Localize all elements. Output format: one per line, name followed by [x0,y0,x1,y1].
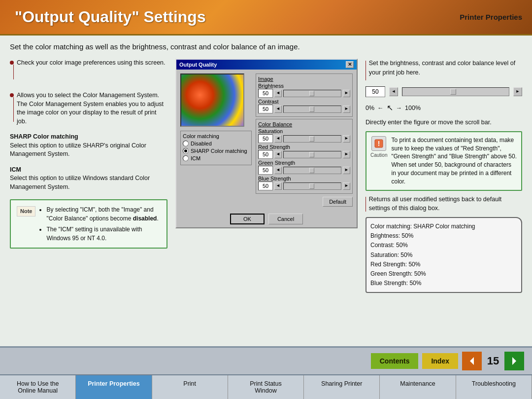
radio-icm[interactable]: ICM [183,155,249,161]
blue-strength-label: Blue Strength [258,176,350,181]
brightness-input[interactable] [258,89,273,98]
scroll-left-arrow[interactable]: ◄ [389,87,398,96]
contrast-label: Contrast [258,99,350,105]
saturation-input[interactable] [258,134,273,143]
note-box: Note By selecting "ICM", both the "Image… [10,199,167,249]
dialog-title: Output Quality [179,62,217,68]
arrow-right-icon: → [396,104,402,113]
contents-button[interactable]: Contents [371,353,419,369]
saturation-label: Saturation [258,128,350,134]
percent-row: 0% ← ↖ → 100% [366,102,522,114]
defaults-title: Color matching: SHARP Color matching [370,222,517,231]
defaults-saturation: Saturation: 50% [370,251,517,260]
color-balance-label: Color Balance [258,121,350,127]
brightness-value-input[interactable] [366,86,385,97]
green-strength-label: Green Strength [258,160,350,166]
brightness-right-btn[interactable]: ► [343,90,350,97]
tab-print[interactable]: Print [152,375,228,399]
radio-disabled[interactable]: Disabled [183,141,249,146]
defaults-red: Red Strength: 50% [370,260,517,269]
image-section-label: Image [258,76,350,82]
color-matching-label: Color matching [183,133,249,139]
sharp-desc: Select this option to utilize SHARP's or… [10,142,167,159]
dialog-footer: OK Cancel [176,211,357,227]
brightness-control: ◄ ► [366,86,522,97]
nav-controls: Contents Index 15 [0,348,532,374]
caution-box: ! Caution To print a document containing… [366,131,522,191]
defaults-green: Green Strength: 50% [370,269,517,279]
tab-printer-properties[interactable]: Printer Properties [76,375,152,399]
green-input[interactable] [258,166,273,175]
cursor-icon: ↖ [387,102,393,114]
intro-text: Set the color matching as well as the br… [10,42,522,51]
dialog-preview-image [180,73,244,127]
defaults-contrast: Contrast: 50% [370,241,517,250]
caution-label: Caution [370,152,387,159]
contrast-left-btn[interactable]: ◄ [274,106,282,113]
red-slider[interactable]: ◄ ► [258,150,350,159]
svg-text:!: ! [378,140,380,147]
contrast-slider[interactable]: ◄ ► [258,105,350,113]
main-container: "Output Quality" Settings Printer Proper… [0,0,532,399]
scroll-right-arrow[interactable]: ► [513,87,522,96]
annotation-text-1: Check your color image preferences using… [17,59,166,68]
arrow-left-icon: ← [377,104,384,113]
icm-label: ICM [10,166,167,175]
ok-button[interactable]: OK [230,214,265,224]
left-panel: Check your color image preferences using… [10,59,167,339]
brightness-slider[interactable]: ◄ ► [258,89,350,98]
scroll-track[interactable] [402,87,509,96]
blue-input[interactable] [258,181,273,190]
percent-right: 100% [405,104,421,113]
tab-troubleshooting[interactable]: Troubleshooting [456,375,532,399]
svg-marker-3 [512,357,516,365]
contrast-right-btn[interactable]: ► [343,106,350,113]
right-panel: Set the brightness, contrast and color b… [366,59,522,339]
prev-page-button[interactable] [462,352,482,370]
blue-slider[interactable]: ◄ ► [258,181,350,190]
tab-maintenance[interactable]: Maintenance [380,375,456,399]
note-item-2: The "ICM" setting is unavailable with Wi… [46,225,161,243]
defaults-brightness: Brightness: 50% [370,231,517,241]
brightness-left-btn[interactable]: ◄ [274,90,282,97]
brightness-label: Brightness [258,83,350,89]
next-page-button[interactable] [504,352,524,370]
red-input[interactable] [258,150,273,159]
output-quality-dialog: Output Quality ✕ Color matching [175,59,358,228]
cancel-button[interactable]: Cancel [268,214,303,224]
sharp-label: SHARP Color matching [10,133,167,142]
note-label: Note [17,206,35,217]
tab-print-status-window[interactable]: Print StatusWindow [228,375,304,399]
tab-sharing-printer[interactable]: Sharing Printer [304,375,380,399]
tab-how-to-use[interactable]: How to Use theOnline Manual [0,375,76,399]
contrast-input[interactable] [258,105,273,113]
svg-marker-2 [470,357,474,365]
page-number: 15 [486,355,500,367]
defaults-blue: Blue Strength: 50% [370,279,517,288]
green-slider[interactable]: ◄ ► [258,166,350,175]
dialog-body: Color matching Disabled SHARP Color matc… [176,70,357,211]
enter-text: Directly enter the figure or move the sc… [366,118,522,127]
brightness-track[interactable] [283,90,341,97]
default-button[interactable]: Default [323,197,353,207]
contrast-track[interactable] [283,106,341,113]
caution-icon: ! [371,136,386,151]
saturation-slider[interactable]: ◄ ► [258,134,350,143]
dialog-close-button[interactable]: ✕ [346,61,354,68]
main-content: Check your color image preferences using… [10,59,522,339]
annotation-text-2: Allows you to select the Color Managemen… [17,91,167,126]
radio-sharp[interactable]: SHARP Color matching [183,148,249,154]
annotation-dot-1 [10,61,14,65]
caution-text: To print a document containing text data… [391,136,517,186]
header-subtitle: Printer Properties [460,13,522,21]
header: "Output Quality" Settings Printer Proper… [0,0,532,36]
annotation-dot-2 [10,93,14,97]
defaults-box: Color matching: SHARP Color matching Bri… [366,217,522,293]
icm-desc: Select this option to utilize Windows st… [10,174,167,191]
tab-bar: How to Use theOnline Manual Printer Prop… [0,374,532,399]
index-button[interactable]: Index [422,353,458,369]
note-item-1: By selecting "ICM", both the "Image" and… [46,205,161,223]
dialog-titlebar: Output Quality ✕ [176,60,357,70]
red-strength-label: Red Strength [258,144,350,150]
bottom-nav: Contents Index 15 How to Use theOnline M… [0,346,532,399]
